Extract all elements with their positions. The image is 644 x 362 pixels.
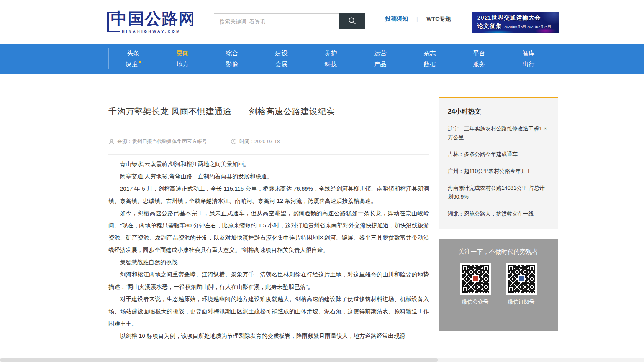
time-label: 时间：2020-07-18 (239, 138, 280, 145)
nav-item-technology[interactable]: 科技 (325, 61, 337, 68)
site-logo[interactable]: 中国公路网 HINAHIGHWAY.COM (107, 9, 195, 33)
nav-group-3: 杂志 数据 平台 服务 智库 出行 (405, 44, 553, 74)
qr-label-subscribe: 微信订阅号 (508, 299, 535, 306)
logo-title: 中国公路网 (111, 9, 195, 28)
banner-line1: 2021世界交通运输大会 (477, 14, 559, 21)
header-links: 投稿须知 | WTC专题 (385, 15, 451, 23)
nav-group-2: 建设 会展 养护 科技 运营 产品 (257, 44, 405, 74)
paragraph: 青山绿水,云蒸霞蔚,剑河和榕江两地之间美景如画。 (108, 158, 429, 170)
new-badge-dot (139, 61, 141, 63)
sidebar: 24小时热文 辽宁：三年实施农村公路维修改造工程1.3万公里 吉林：多条公路今年… (439, 97, 558, 331)
hot-article-item[interactable]: 广州：超110公里农村公路今年开工 (448, 167, 549, 176)
banner-line2-date: 2020年5月8日-2021年2月28日 (504, 25, 551, 30)
hot-article-item[interactable]: 海南累计完成农村公路14081公里 占总计划90.9% (448, 184, 549, 201)
hot-article-item[interactable]: 吉林：多条公路今年建成通车 (448, 150, 549, 159)
search-icon (347, 16, 357, 26)
wtc-topic-link[interactable]: WTC专题 (426, 15, 451, 23)
hot-articles-title: 24小时热文 (448, 107, 549, 116)
nav-item-headlines[interactable]: 头条 (127, 49, 139, 57)
nav-item-magazine[interactable]: 杂志 (424, 49, 436, 57)
search-input[interactable] (214, 13, 339, 29)
ad-banner[interactable]: 2021世界交通运输大会 论文征集 2020年5月8日-2021年2月28日 (472, 12, 559, 33)
top-header: 中国公路网 HINAHIGHWAY.COM 投稿须知 | WTC专题 2021世… (0, 0, 644, 44)
search-box (214, 13, 365, 29)
scrollbar-thumb[interactable] (0, 358, 438, 362)
article-body: 青山绿水,云蒸霞蔚,剑河和榕江两地之间美景如画。 闭塞交通,人穷地贫,弯弯山路一… (108, 158, 429, 342)
wechat-public-qr-code (460, 263, 491, 295)
submission-guidelines-link[interactable]: 投稿须知 (385, 15, 408, 23)
nav-item-operation[interactable]: 运营 (374, 49, 387, 57)
nav-item-depth[interactable]: 深度 (126, 61, 141, 68)
nav-item-maintenance[interactable]: 养护 (325, 49, 337, 57)
nav-group-1: 头条 深度 要闻 地方 综合 影像 (108, 44, 257, 74)
nav-item-services[interactable]: 服务 (473, 61, 485, 68)
nav-item-comprehensive[interactable]: 综合 (226, 49, 238, 57)
paragraph: 集智慧战胜自然的挑战 (108, 256, 429, 268)
paragraph: 对于建设者来说，生态越原始，环境越幽闭的地方建设难度就越大。剑榕高速的建设除了便… (108, 293, 429, 330)
paragraph: 2017 年 5 月，剑榕高速正式动工，全长 115.115 公里，桥隧比高达 … (108, 183, 429, 207)
nav-item-products[interactable]: 产品 (374, 61, 387, 68)
article-meta: 来源：贵州日报当代融媒体集团官方帐号 时间：2020-07-18 (108, 138, 429, 145)
nav-item-platform[interactable]: 平台 (473, 49, 485, 57)
paragraph: 剑河和榕江两地之间重峦叠嶂、江河纵横、景象万千，清朝名臣林则徐在行经这片土地，对… (108, 268, 429, 293)
qr-label-public: 微信公众号 (462, 299, 489, 306)
paragraph: 闭塞交通,人穷地贫,弯弯山路一直制约着两县的发展和联通。 (108, 170, 429, 183)
wechat-subscribe-qr-code (506, 263, 537, 295)
article: 千沟万壑架长龙 风雨不惧建通途——剑榕高速公路建设纪实 来源：贵州日报当代融媒体… (108, 97, 429, 342)
follow-title: 关注一下，不做时代的旁观者 (439, 248, 558, 256)
meta-divider (108, 154, 429, 155)
hot-articles-list: 辽宁：三年实施农村公路维修改造工程1.3万公里 吉林：多条公路今年建成通车 广州… (448, 124, 549, 218)
paragraph: 以剑榕 10 标项目为例，该项目所处地质为节理裂隙发育的变质板岩，降雨频繁且雨量… (108, 330, 429, 342)
search-button[interactable] (339, 13, 365, 29)
hot-article-item[interactable]: 辽宁：三年实施农村公路维修改造工程1.3万公里 (448, 124, 549, 142)
nav-item-keynews-active[interactable]: 要闻 (177, 49, 189, 57)
main-nav: 头条 深度 要闻 地方 综合 影像 建设 会展 养护 科技 运营 (0, 44, 644, 74)
clock-icon (231, 138, 237, 145)
follow-panel: 关注一下，不做时代的旁观者 微信公众号 微信订阅号 (439, 239, 558, 331)
hot-articles-panel: 24小时热文 辽宁：三年实施农村公路维修改造工程1.3万公里 吉林：多条公路今年… (439, 97, 558, 229)
content-area: 千沟万壑架长龙 风雨不惧建通途——剑榕高速公路建设纪实 来源：贵州日报当代融媒体… (0, 74, 644, 362)
user-icon (108, 138, 115, 145)
nav-item-construction[interactable]: 建设 (275, 49, 288, 57)
nav-item-images[interactable]: 影像 (226, 61, 238, 68)
logo-subtitle: HINAHIGHWAY.COM (122, 30, 195, 33)
nav-item-travel[interactable]: 出行 (523, 61, 535, 68)
nav-item-thinktank[interactable]: 智库 (523, 49, 535, 57)
banner-line2-title: 论文征集 (477, 23, 502, 30)
nav-item-local[interactable]: 地方 (177, 61, 189, 68)
horizontal-scrollbar[interactable] (0, 358, 644, 362)
nav-item-exhibition[interactable]: 会展 (275, 61, 288, 68)
hot-article-item[interactable]: 湖北：恩施公路人，抗洪救灾在一线 (448, 209, 549, 218)
paragraph: 如今，剑榕高速公路已基本完工，虽未正式通车，但从高空眺望，宽阔通畅的高速公路犹如… (108, 207, 429, 256)
nav-item-data[interactable]: 数据 (424, 61, 436, 68)
source-label: 来源：贵州日报当代融媒体集团官方帐号 (117, 138, 207, 145)
article-title: 千沟万壑架长龙 风雨不惧建通途——剑榕高速公路建设纪实 (108, 106, 429, 117)
link-separator: | (416, 16, 418, 22)
